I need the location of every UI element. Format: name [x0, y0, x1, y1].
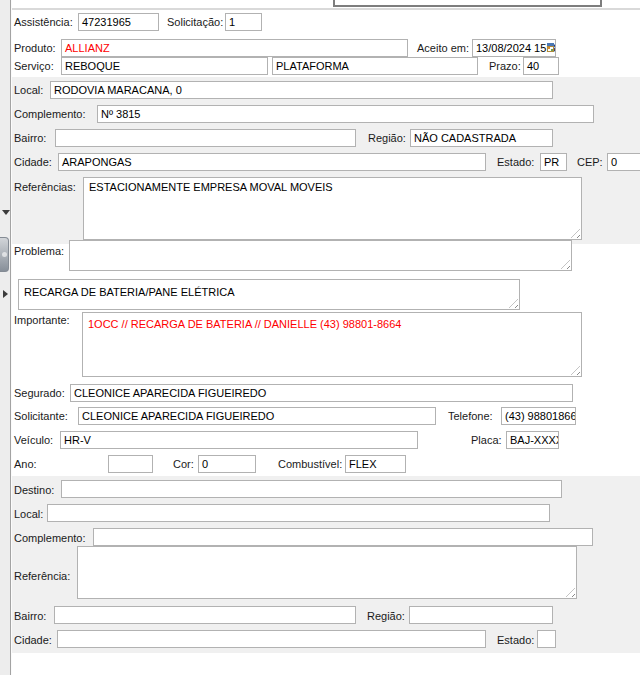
ano-input[interactable]: [108, 455, 153, 473]
gutter-inner-line: [11, 0, 12, 675]
calendar-icon[interactable]: [547, 43, 554, 52]
problema-textarea[interactable]: [69, 240, 572, 271]
produto-input[interactable]: ALLIANZ: [61, 39, 408, 57]
combustivel-label: Combustível:: [278, 458, 342, 470]
bairro-label: Bairro:: [14, 132, 46, 144]
collapse-right-icon[interactable]: [3, 290, 8, 298]
solicitante-label: Solicitante:: [14, 410, 68, 422]
collapse-down-icon[interactable]: [2, 210, 10, 215]
destino-complemento-label: Complemento:: [14, 532, 86, 544]
placa-label: Placa:: [471, 434, 502, 446]
cep-input[interactable]: 0: [607, 153, 640, 171]
cep-label: CEP:: [577, 156, 603, 168]
top-divider: [0, 8, 640, 10]
destino-regiao-label: Região:: [367, 610, 405, 622]
telefone-label: Telefone:: [448, 410, 493, 422]
prazo-input[interactable]: 40: [523, 57, 559, 75]
combustivel-input[interactable]: FLEX: [345, 455, 406, 473]
segurado-input[interactable]: CLEONICE APARECIDA FIGUEIREDO: [70, 384, 573, 402]
produto-label: Produto:: [14, 42, 56, 54]
destino-regiao-input[interactable]: [409, 606, 553, 624]
drag-dot-icon: [2, 252, 7, 257]
destino-bairro-input[interactable]: [54, 606, 356, 624]
assistencia-label: Assistência:: [14, 16, 73, 28]
cidade-label: Cidade:: [14, 156, 52, 168]
estado-label: Estado:: [497, 156, 534, 168]
regiao-input[interactable]: NÃO CADASTRADA: [410, 129, 553, 147]
assistencia-input[interactable]: 47231965: [78, 13, 159, 31]
ano-label: Ano:: [14, 458, 37, 470]
servico-tipo-input[interactable]: PLATAFORMA: [272, 57, 478, 75]
solicitante-input[interactable]: CLEONICE APARECIDA FIGUEIREDO: [78, 407, 436, 425]
splitter-handle[interactable]: [0, 237, 9, 272]
destino-input[interactable]: [61, 480, 562, 498]
servico-label: Serviço:: [14, 60, 54, 72]
destino-referencia-textarea[interactable]: [77, 546, 577, 599]
telefone-input[interactable]: (43) 988018664: [501, 407, 576, 425]
solicitacao-input[interactable]: 1: [225, 13, 262, 31]
regiao-label: Região:: [368, 132, 406, 144]
cor-input[interactable]: 0: [198, 455, 256, 473]
importante-textarea[interactable]: 1OCC // RECARGA DE BATERIA // DANIELLE (…: [82, 312, 582, 377]
complemento-label: Complemento:: [14, 108, 86, 120]
destino-referencia-label: Referência:: [14, 570, 70, 582]
aceito-em-label: Aceito em:: [417, 42, 469, 54]
prazo-label: Prazo:: [489, 60, 521, 72]
local-label: Local:: [14, 84, 43, 96]
servico-input[interactable]: REBOQUE: [61, 57, 268, 75]
aceito-em-input[interactable]: 13/08/2024 15:37: [476, 42, 556, 54]
solicitacao-label: Solicitação:: [167, 16, 223, 28]
destino-estado-label: Estado:: [497, 634, 534, 646]
cidade-input[interactable]: ARAPONGAS: [58, 153, 486, 171]
destino-complemento-input[interactable]: [93, 528, 593, 546]
problema-descricao-textarea[interactable]: RECARGA DE BATERIA/PANE ELÉTRICA: [18, 279, 520, 310]
veiculo-label: Veículo:: [14, 434, 53, 446]
destino-bairro-label: Bairro:: [14, 610, 46, 622]
destino-cidade-input[interactable]: [57, 630, 486, 648]
destino-local-label: Local:: [14, 508, 43, 520]
destino-local-input[interactable]: [47, 504, 550, 522]
destino-estado-input[interactable]: [537, 630, 556, 648]
referencias-label: Referências:: [14, 181, 76, 193]
destino-label: Destino:: [14, 484, 54, 496]
top-partial-input[interactable]: [333, 0, 602, 7]
estado-input[interactable]: PR: [540, 153, 567, 171]
segurado-label: Segurado:: [14, 387, 65, 399]
complemento-input[interactable]: Nº 3815: [97, 105, 594, 123]
destino-cidade-label: Cidade:: [14, 634, 52, 646]
importante-label: Importante:: [14, 314, 70, 326]
vertical-splitter[interactable]: [0, 0, 11, 675]
placa-input[interactable]: BAJ-XXXX: [506, 431, 559, 449]
cor-label: Cor:: [173, 458, 194, 470]
assistance-form: Assistência: 47231965 Solicitação: 1 Pro…: [0, 0, 640, 675]
local-input[interactable]: RODOVIA MARACANA, 0: [50, 81, 553, 99]
veiculo-input[interactable]: HR-V: [60, 431, 418, 449]
bairro-input[interactable]: [55, 129, 356, 147]
problema-label: Problema:: [14, 245, 64, 257]
referencias-textarea[interactable]: ESTACIONAMENTE EMPRESA MOVAL MOVEIS: [83, 177, 582, 240]
